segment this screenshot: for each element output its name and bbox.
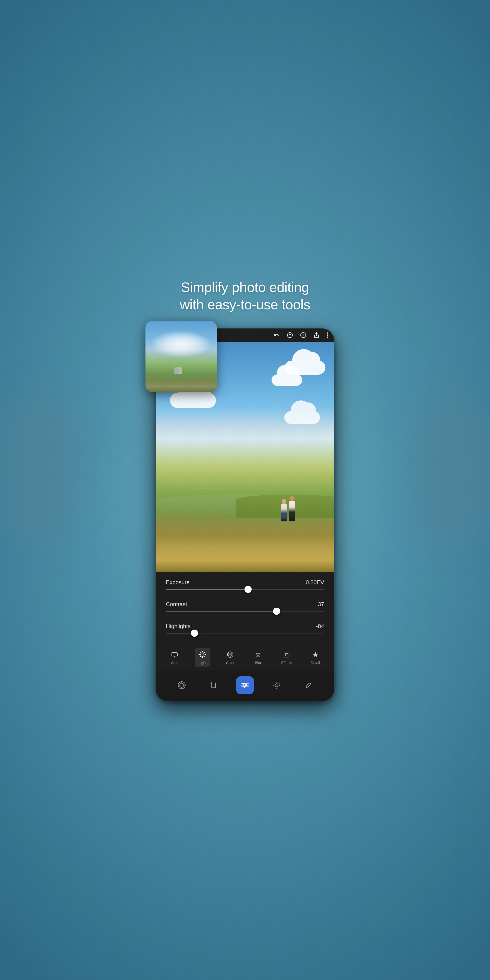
highlights-thumb[interactable] (191, 630, 198, 637)
svg-point-8 (327, 337, 328, 338)
tab-detail[interactable]: Detail (308, 648, 323, 667)
people-silhouette (281, 501, 295, 522)
before-photo-scene (145, 321, 217, 392)
tab-blur-label: Blur (255, 661, 261, 665)
contrast-label-row: Contrast 37 (166, 601, 324, 608)
svg-point-27 (231, 655, 232, 656)
svg-point-7 (327, 334, 328, 336)
divider-2 (166, 617, 324, 618)
contrast-value: 37 (318, 601, 324, 608)
svg-point-46 (275, 684, 278, 687)
auto-icon (170, 650, 179, 659)
tab-color-label: Color (226, 661, 234, 665)
svg-point-43 (243, 683, 244, 684)
nav-adjust[interactable] (236, 676, 254, 694)
tab-effects-label: Effects (281, 661, 292, 665)
highlights-track[interactable] (166, 633, 324, 633)
exposure-value: 0.20EV (306, 579, 324, 586)
cloud-5 (284, 411, 320, 424)
contrast-track[interactable] (166, 611, 324, 611)
hills-overlay (156, 445, 334, 572)
exposure-track[interactable] (166, 589, 324, 590)
highlights-label: Highlights (166, 623, 191, 630)
svg-rect-32 (285, 653, 288, 656)
svg-point-6 (327, 332, 328, 334)
more-icon[interactable] (327, 332, 328, 340)
add-icon[interactable] (300, 332, 306, 340)
exposure-thumb[interactable] (245, 586, 251, 593)
svg-point-30 (228, 653, 229, 654)
share-icon[interactable] (313, 332, 320, 340)
exposure-fill (166, 589, 248, 590)
app-mockup: ? (156, 328, 334, 701)
detail-icon (311, 650, 320, 659)
tab-auto-label: Auto (171, 661, 178, 665)
svg-point-29 (228, 655, 229, 656)
tab-color[interactable]: Color (223, 648, 238, 667)
contrast-fill (166, 611, 277, 611)
svg-rect-31 (284, 652, 289, 657)
highlights-label-row: Highlights -84 (166, 623, 324, 630)
svg-line-22 (204, 656, 205, 657)
controls-area: Exposure 0.20EV Contrast 37 (156, 572, 334, 645)
tab-light-label: Light (199, 661, 206, 665)
person-woman (281, 504, 287, 522)
person-man (289, 501, 295, 522)
effects-icon (282, 650, 291, 659)
svg-line-24 (204, 652, 205, 653)
svg-marker-33 (313, 652, 318, 657)
svg-point-44 (245, 684, 247, 686)
cloud-4 (170, 393, 216, 408)
svg-text:?: ? (289, 333, 291, 337)
nav-healing[interactable] (299, 676, 317, 694)
before-thumbnail (145, 321, 217, 392)
light-icon (198, 650, 207, 659)
svg-line-21 (200, 652, 200, 653)
tab-light[interactable]: Light (195, 648, 210, 667)
svg-point-47 (274, 682, 280, 688)
nav-selective[interactable] (268, 676, 286, 694)
exposure-label-row: Exposure 0.20EV (166, 579, 324, 586)
svg-point-25 (230, 652, 231, 654)
tab-detail-label: Detail (311, 661, 320, 665)
svg-point-16 (200, 653, 204, 656)
highlights-slider-row: Highlights -84 (166, 623, 324, 633)
bottom-nav (156, 671, 334, 701)
nav-crop[interactable] (204, 676, 222, 694)
svg-point-26 (231, 653, 232, 654)
cloud-2 (272, 374, 302, 386)
highlights-value: -84 (316, 623, 324, 630)
contrast-thumb[interactable] (273, 608, 280, 615)
highlights-fill (166, 633, 194, 633)
contrast-slider-row: Contrast 37 (166, 601, 324, 611)
svg-point-45 (244, 686, 245, 687)
undo-icon[interactable] (274, 332, 280, 340)
help-icon[interactable]: ? (287, 332, 293, 340)
headline: Simplify photo editing with easy-to-use … (180, 279, 310, 313)
svg-rect-9 (172, 652, 177, 656)
svg-point-35 (180, 683, 184, 687)
tab-blur[interactable]: Blur (250, 648, 266, 667)
svg-point-28 (230, 655, 231, 657)
headline-line1: Simplify photo editing (180, 279, 310, 296)
tab-auto[interactable]: Auto (167, 648, 182, 667)
exposure-label: Exposure (166, 579, 189, 586)
svg-line-23 (200, 656, 200, 657)
nav-filter[interactable] (173, 676, 191, 694)
page-container: Simplify photo editing with easy-to-use … (145, 279, 345, 701)
tab-effects[interactable]: Effects (278, 648, 295, 667)
toolbar-tabs: Auto (156, 645, 334, 671)
color-icon (226, 650, 235, 659)
exposure-slider-row: Exposure 0.20EV (166, 579, 324, 590)
contrast-label: Contrast (166, 601, 187, 608)
blur-icon (253, 650, 262, 659)
headline-line2: with easy-to-use tools (180, 296, 310, 313)
